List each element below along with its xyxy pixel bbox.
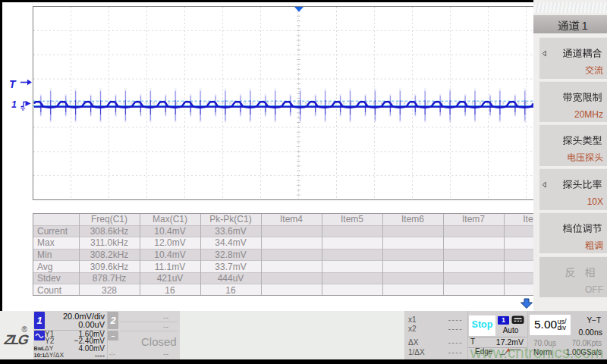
svg-text:10X: 10X — [587, 196, 603, 207]
svg-text:20MHz: 20MHz — [574, 108, 603, 119]
svg-text:ZLG: ZLG — [2, 332, 31, 347]
svg-text:1: 1 — [11, 99, 17, 110]
svg-text:®: ® — [22, 325, 28, 334]
svg-text:T: T — [9, 78, 17, 90]
svg-text:OFF: OFF — [585, 284, 603, 294]
svg-text:1: 1 — [582, 19, 588, 32]
